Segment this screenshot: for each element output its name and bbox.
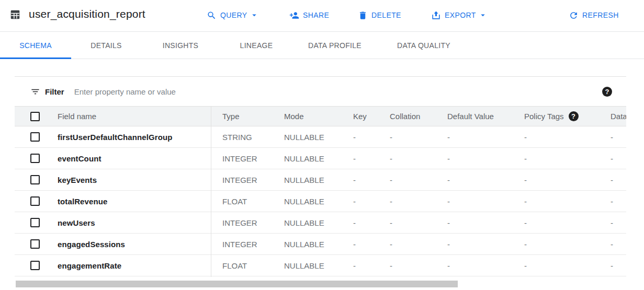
delete-label: DELETE [371, 11, 401, 19]
type-cell: INTEGER [222, 240, 284, 249]
filter-bar: Filter [15, 77, 626, 106]
field-name-cell: totalRevenue [58, 197, 222, 206]
table-row: firstUserDefaultChannelGroup STRING NULL… [15, 126, 626, 148]
help-icon[interactable] [602, 87, 612, 97]
tab-data-profile[interactable]: DATA PROFILE [293, 32, 377, 59]
mode-cell: NULLABLE [284, 240, 353, 249]
field-name-cell: engagedSessions [58, 240, 222, 249]
column-header-key: Key [353, 112, 390, 121]
policy-tags-cell: - [524, 154, 611, 163]
schema-panel: Filter Field name Type Mode Key Collatio… [15, 76, 626, 276]
column-header-type: Type [222, 112, 284, 121]
policy-tags-cell: - [524, 176, 611, 184]
tab-schema[interactable]: SCHEMA [0, 32, 71, 59]
policy-tags-cell: - [524, 218, 611, 227]
policy-tags-cell: - [524, 133, 611, 142]
trash-icon [358, 10, 368, 20]
refresh-label: REFRESH [582, 11, 619, 19]
tab-details[interactable]: DETAILS [71, 32, 141, 59]
column-header-field-name: Field name [58, 112, 222, 121]
refresh-button[interactable]: REFRESH [569, 7, 619, 23]
mode-cell: NULLABLE [284, 218, 353, 227]
schema-table-body: firstUserDefaultChannelGroup STRING NULL… [15, 126, 626, 276]
key-cell: - [353, 240, 390, 249]
row-checkbox[interactable] [30, 218, 40, 227]
row-checkbox[interactable] [30, 175, 40, 184]
horizontal-scrollbar[interactable] [16, 281, 458, 287]
type-cell: INTEGER [222, 176, 284, 184]
type-cell: FLOAT [222, 197, 284, 206]
default-value-cell: - [447, 240, 524, 249]
table-row: eventCount INTEGER NULLABLE - - - - - [15, 148, 626, 169]
row-checkbox[interactable] [30, 196, 40, 206]
collation-cell: - [390, 176, 447, 184]
tab-insights[interactable]: INSIGHTS [141, 32, 220, 59]
policy-tags-cell: - [524, 197, 611, 206]
table-header-row: Field name Type Mode Key Collation Defau… [15, 106, 626, 126]
tab-bar: SCHEMA DETAILS INSIGHTS LINEAGE DATA PRO… [0, 32, 644, 59]
person-add-icon [289, 10, 299, 20]
type-cell: INTEGER [222, 154, 284, 163]
collation-cell: - [390, 154, 447, 163]
filter-input[interactable] [74, 87, 602, 96]
upload-icon [431, 10, 441, 20]
mode-cell: NULLABLE [284, 176, 353, 184]
export-button[interactable]: EXPORT [431, 7, 488, 23]
field-name-cell: keyEvents [58, 176, 222, 184]
page-title: user_acquisition_report [29, 8, 145, 20]
field-name-cell: engagementRate [58, 261, 222, 270]
table-row: engagedSessions INTEGER NULLABLE - - - -… [15, 234, 626, 255]
default-value-cell: - [447, 261, 524, 270]
data-cell: - [611, 176, 626, 184]
query-button[interactable]: QUERY [207, 7, 259, 23]
caret-down-icon [250, 10, 259, 20]
collation-cell: - [390, 197, 447, 206]
column-divider [211, 107, 211, 277]
table-row: newUsers INTEGER NULLABLE - - - - - [15, 212, 626, 234]
column-header-mode: Mode [284, 112, 353, 121]
field-name-cell: firstUserDefaultChannelGroup [58, 133, 222, 142]
policy-tags-help-icon[interactable] [569, 111, 579, 121]
type-cell: FLOAT [222, 261, 284, 270]
mode-cell: NULLABLE [284, 133, 353, 142]
refresh-icon [569, 10, 579, 20]
table-row: engagementRate FLOAT NULLABLE - - - - - [15, 255, 626, 276]
search-icon [207, 10, 217, 20]
table-row: keyEvents INTEGER NULLABLE - - - - - [15, 169, 626, 191]
key-cell: - [353, 261, 390, 270]
type-cell: STRING [222, 133, 284, 142]
key-cell: - [353, 154, 390, 163]
delete-button[interactable]: DELETE [358, 7, 401, 23]
tab-lineage[interactable]: LINEAGE [220, 32, 293, 59]
policy-tags-cell: - [524, 240, 611, 249]
policy-tags-cell: - [524, 261, 611, 270]
export-label: EXPORT [445, 11, 476, 19]
mode-cell: NULLABLE [284, 154, 353, 163]
default-value-cell: - [447, 176, 524, 184]
key-cell: - [353, 176, 390, 184]
select-all-checkbox[interactable] [30, 112, 40, 121]
key-cell: - [353, 218, 390, 227]
column-header-policy-tags: Policy Tags [524, 111, 611, 121]
column-header-data: Data [611, 112, 626, 121]
row-checkbox[interactable] [30, 132, 40, 142]
default-value-cell: - [447, 133, 524, 142]
share-label: SHARE [303, 11, 329, 19]
column-header-collation: Collation [390, 112, 447, 121]
share-button[interactable]: SHARE [289, 7, 329, 23]
tab-data-quality[interactable]: DATA QUALITY [377, 32, 471, 59]
default-value-cell: - [447, 218, 524, 227]
row-checkbox[interactable] [30, 239, 40, 249]
key-cell: - [353, 133, 390, 142]
mode-cell: NULLABLE [284, 197, 353, 206]
key-cell: - [353, 197, 390, 206]
caret-down-icon [478, 10, 488, 20]
data-cell: - [611, 218, 626, 227]
data-cell: - [611, 261, 626, 270]
filter-label: Filter [45, 87, 64, 96]
row-checkbox[interactable] [30, 261, 40, 270]
row-checkbox[interactable] [30, 154, 40, 163]
query-label: QUERY [220, 11, 247, 19]
data-cell: - [611, 240, 626, 249]
column-header-default-value: Default Value [447, 112, 524, 121]
